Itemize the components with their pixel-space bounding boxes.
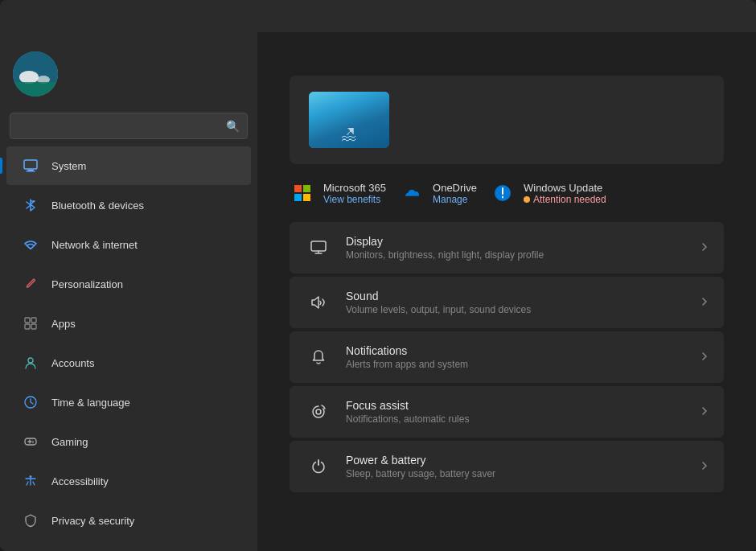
ms365-name: Microsoft 365 bbox=[323, 182, 386, 194]
svg-point-12 bbox=[32, 442, 34, 444]
winupdate-info: Windows UpdateAttention needed bbox=[524, 182, 606, 205]
settings-window: 🔍 SystemBluetooth & devicesNetwork & int… bbox=[0, 0, 756, 551]
sidebar: 🔍 SystemBluetooth & devicesNetwork & int… bbox=[0, 32, 257, 551]
sound-text: SoundVolume levels, output, input, sound… bbox=[346, 290, 700, 315]
accounts-nav-icon bbox=[19, 352, 42, 374]
ms365-sub[interactable]: View benefits bbox=[323, 194, 386, 205]
sidebar-item-time[interactable]: Time & language bbox=[6, 383, 251, 421]
display-name: Display bbox=[346, 235, 700, 248]
system-nav-icon bbox=[19, 154, 42, 177]
sidebar-item-accessibility[interactable]: Accessibility bbox=[6, 462, 251, 500]
device-info bbox=[405, 118, 705, 121]
sidebar-item-accounts[interactable]: Accounts bbox=[6, 343, 251, 382]
settings-list: DisplayMonitors, brightness, night light… bbox=[290, 222, 724, 492]
settings-item-power[interactable]: Power & batterySleep, battery usage, bat… bbox=[290, 441, 724, 492]
maximize-button[interactable] bbox=[674, 4, 709, 28]
svg-rect-2 bbox=[26, 171, 35, 172]
main-content: Microsoft 365View benefitsOneDriveManage… bbox=[257, 32, 756, 551]
sidebar-item-label-time: Time & language bbox=[51, 397, 130, 409]
sidebar-item-label-accessibility: Accessibility bbox=[51, 475, 109, 487]
sidebar-item-label-system: System bbox=[51, 160, 86, 172]
sidebar-item-personalization[interactable]: Personalization bbox=[6, 265, 251, 303]
onedrive-sub[interactable]: Manage bbox=[433, 194, 477, 205]
sound-desc: Volume levels, output, input, sound devi… bbox=[346, 304, 700, 315]
svg-rect-7 bbox=[31, 324, 36, 329]
svg-point-3 bbox=[30, 248, 31, 249]
focus-chevron-icon bbox=[700, 406, 709, 418]
svg-point-8 bbox=[28, 358, 33, 363]
close-button[interactable] bbox=[711, 4, 746, 28]
winupdate-name: Windows Update bbox=[524, 182, 606, 194]
nav-list: SystemBluetooth & devicesNetwork & inter… bbox=[0, 146, 257, 551]
svg-rect-14 bbox=[294, 185, 302, 192]
ms365-info: Microsoft 365View benefits bbox=[323, 182, 386, 205]
display-chevron-icon bbox=[700, 242, 709, 254]
svg-rect-6 bbox=[25, 324, 30, 329]
personalization-nav-icon bbox=[19, 273, 42, 295]
search-box: 🔍 bbox=[10, 113, 248, 139]
svg-rect-17 bbox=[303, 194, 310, 201]
sidebar-item-label-gaming: Gaming bbox=[51, 436, 88, 448]
power-name: Power & battery bbox=[346, 454, 700, 467]
accessibility-nav-icon bbox=[19, 470, 42, 492]
settings-item-focus[interactable]: Focus assistNotifications, automatic rul… bbox=[290, 386, 724, 438]
service-ms365[interactable]: Microsoft 365View benefits bbox=[290, 180, 386, 206]
sidebar-item-privacy[interactable]: Privacy & security bbox=[6, 501, 251, 540]
sidebar-item-apps[interactable]: Apps bbox=[6, 304, 251, 343]
svg-rect-15 bbox=[303, 185, 310, 192]
svg-rect-16 bbox=[294, 194, 302, 201]
network-nav-icon bbox=[19, 233, 42, 256]
display-text: DisplayMonitors, brightness, night light… bbox=[346, 235, 700, 261]
notifications-chevron-icon bbox=[700, 352, 709, 364]
sidebar-item-label-personalization: Personalization bbox=[51, 278, 123, 290]
focus-desc: Notifications, automatic rules bbox=[346, 413, 700, 425]
minimize-button[interactable] bbox=[637, 4, 672, 28]
sidebar-item-label-privacy: Privacy & security bbox=[51, 515, 134, 527]
notifications-name: Notifications bbox=[346, 344, 700, 357]
settings-item-display[interactable]: DisplayMonitors, brightness, night light… bbox=[290, 222, 724, 273]
privacy-nav-icon bbox=[19, 509, 42, 532]
notifications-icon bbox=[304, 343, 333, 372]
avatar-image bbox=[13, 51, 58, 97]
power-chevron-icon bbox=[700, 461, 709, 473]
winupdate-sub[interactable]: Attention needed bbox=[524, 194, 606, 205]
svg-rect-19 bbox=[311, 241, 326, 251]
notifications-text: NotificationsAlerts from apps and system bbox=[346, 344, 700, 370]
sidebar-item-label-bluetooth: Bluetooth & devices bbox=[51, 199, 144, 212]
focus-icon bbox=[304, 397, 333, 426]
search-icon: 🔍 bbox=[226, 120, 240, 133]
sidebar-item-gaming[interactable]: Gaming bbox=[6, 422, 251, 461]
sound-name: Sound bbox=[346, 290, 700, 302]
notifications-desc: Alerts from apps and system bbox=[346, 359, 700, 370]
search-input[interactable] bbox=[10, 113, 248, 139]
content-area: 🔍 SystemBluetooth & devicesNetwork & int… bbox=[0, 32, 756, 551]
titlebar bbox=[0, 0, 756, 32]
svg-rect-4 bbox=[25, 318, 30, 323]
power-text: Power & batterySleep, battery usage, bat… bbox=[346, 454, 700, 479]
settings-item-notifications[interactable]: NotificationsAlerts from apps and system bbox=[290, 331, 724, 383]
time-nav-icon bbox=[19, 391, 42, 413]
avatar bbox=[13, 51, 58, 97]
service-winupdate[interactable]: Windows UpdateAttention needed bbox=[490, 180, 606, 206]
sidebar-item-bluetooth[interactable]: Bluetooth & devices bbox=[6, 186, 251, 224]
sound-chevron-icon bbox=[700, 297, 709, 309]
service-onedrive[interactable]: OneDriveManage bbox=[399, 180, 477, 206]
window-controls bbox=[637, 4, 746, 28]
bluetooth-nav-icon bbox=[19, 194, 42, 216]
svg-rect-5 bbox=[31, 318, 36, 323]
gaming-nav-icon bbox=[19, 430, 42, 453]
user-profile[interactable] bbox=[0, 42, 257, 113]
winupdate-icon bbox=[490, 180, 516, 206]
svg-rect-0 bbox=[24, 160, 37, 169]
focus-name: Focus assist bbox=[346, 399, 700, 412]
sidebar-item-system[interactable]: System bbox=[6, 146, 251, 185]
sidebar-item-update[interactable]: Windows Update bbox=[6, 541, 251, 551]
onedrive-icon bbox=[399, 180, 425, 206]
alert-dot bbox=[524, 196, 530, 203]
sidebar-item-network[interactable]: Network & internet bbox=[6, 225, 251, 264]
back-button[interactable] bbox=[10, 5, 32, 27]
sidebar-item-label-apps: Apps bbox=[51, 318, 76, 330]
svg-point-20 bbox=[316, 409, 321, 414]
display-icon bbox=[304, 233, 333, 262]
settings-item-sound[interactable]: SoundVolume levels, output, input, sound… bbox=[290, 277, 724, 328]
